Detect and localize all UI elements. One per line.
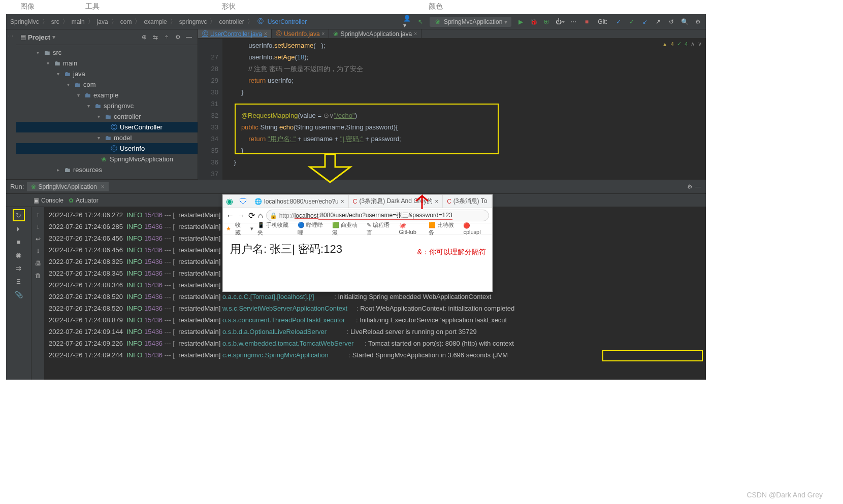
commit-sidebar-icon[interactable]: ⋮: [8, 33, 14, 39]
run-config-selector[interactable]: ❀ SpringMvcApplication ▾: [430, 17, 511, 27]
bookmark-item[interactable]: 🔵 哔哩哔哩: [298, 221, 328, 237]
tree-usercontroller[interactable]: ⒸUserController: [16, 122, 198, 132]
coverage-button[interactable]: ⛨: [543, 18, 551, 26]
profile-button[interactable]: ⏻▾: [556, 18, 564, 26]
project-tree[interactable]: ▾🖿src ▾🖿main ▾🖿java ▾🖿com ▾🖿example ▾🖿sp…: [16, 45, 198, 177]
prev-highlight-icon[interactable]: ∧: [691, 41, 695, 47]
vcs-push-icon[interactable]: ✓: [628, 18, 636, 26]
forward-button[interactable]: →: [237, 211, 245, 220]
ok-icon[interactable]: ✓: [677, 41, 682, 47]
bookmark-fav[interactable]: 收藏: [235, 221, 246, 237]
reload-button[interactable]: ⟳: [248, 211, 255, 220]
up-icon[interactable]: ↑: [34, 210, 43, 219]
gear-icon[interactable]: ⚙: [173, 32, 182, 42]
vcs-update-icon[interactable]: ↙: [641, 18, 649, 26]
vcs-history-icon[interactable]: ↗: [654, 18, 662, 26]
hide-icon[interactable]: —: [184, 32, 193, 42]
host-menu-tool[interactable]: 工具: [85, 2, 100, 11]
shield-icon[interactable]: 🛡: [236, 197, 250, 206]
tree-springmvc[interactable]: ▾🖿springmvc: [16, 100, 198, 111]
run-button[interactable]: ▶: [516, 18, 525, 26]
collapse-icon[interactable]: ÷: [162, 32, 171, 42]
back-button[interactable]: ←: [226, 211, 234, 220]
bookmark-item[interactable]: ✎ 编程语言: [367, 221, 395, 237]
trash-icon[interactable]: 🗑: [34, 271, 43, 280]
tree-model[interactable]: ▾🖿model: [16, 132, 198, 143]
tree-resources[interactable]: ▸🖿resources: [16, 164, 198, 175]
line-gutter[interactable]: 272829 30313233 34353637: [198, 39, 222, 180]
tree-example[interactable]: ▾🖿example: [16, 90, 198, 100]
crumb-springmvc[interactable]: springmvc: [179, 18, 207, 25]
close-icon[interactable]: ×: [264, 31, 267, 37]
editor-tab-userinfo[interactable]: ⒸUserInfo.java×: [272, 29, 330, 38]
run-attach-button[interactable]: ⏵: [14, 223, 24, 233]
host-menu-color[interactable]: 颜色: [429, 2, 443, 11]
dropdown-icon[interactable]: ▾: [250, 225, 253, 232]
warning-icon[interactable]: ▲: [662, 41, 668, 47]
rerun-button[interactable]: ↻: [14, 210, 24, 220]
editor-tab-app[interactable]: ❀SpringMvcApplication.java×: [329, 29, 421, 38]
close-icon[interactable]: ×: [101, 183, 105, 190]
run-settings-icon[interactable]: ⚙: [686, 183, 694, 191]
tree-main[interactable]: ▾🖿main: [16, 58, 198, 69]
scroll-icon[interactable]: ⤓: [34, 247, 43, 256]
layout-icon[interactable]: ⇉: [14, 263, 24, 273]
run-stop-button[interactable]: ■: [14, 237, 24, 247]
bookmark-item[interactable]: 📱 手机收藏夹: [257, 221, 294, 237]
browser-tab-1[interactable]: 🌐localhost:8080/user/echo?u×: [250, 195, 349, 208]
console-tab[interactable]: ▣Console: [34, 197, 63, 204]
crumb-src[interactable]: src: [51, 18, 59, 25]
actuator-tab[interactable]: ✿Actuator: [69, 197, 99, 204]
address-bar[interactable]: 🔒 http://localhost:8080/user/echo?userna…: [266, 210, 489, 221]
crumb-project[interactable]: SpringMvc: [10, 18, 39, 25]
close-icon[interactable]: ×: [341, 198, 344, 205]
editor-tab-usercontroller[interactable]: ⒸUserController.java×: [198, 29, 272, 38]
settings-icon[interactable]: ⚙: [694, 18, 702, 26]
tree-userinfo[interactable]: ⒸUserInfo: [16, 143, 198, 154]
vcs-commit-icon[interactable]: ✓: [614, 18, 623, 26]
tree-app[interactable]: ❀SpringMvcApplication: [16, 154, 198, 164]
browser-tab-3[interactable]: C(3条消息) To: [443, 195, 492, 208]
star-icon[interactable]: ★: [226, 225, 231, 232]
down-icon[interactable]: ↓: [34, 222, 43, 231]
tree-src[interactable]: ▾🖿src: [16, 47, 198, 58]
run-hide-icon[interactable]: —: [694, 183, 702, 191]
crumb-java[interactable]: java: [97, 18, 108, 25]
crumb-main[interactable]: main: [72, 18, 85, 25]
bookmark-item[interactable]: 🟧 比特教务: [429, 221, 459, 237]
select-opened-icon[interactable]: ⊕: [140, 32, 149, 42]
host-menu-shape[interactable]: 形状: [221, 2, 236, 11]
debug-button[interactable]: 🐞: [530, 18, 538, 26]
expand-all-icon[interactable]: ⇆: [151, 32, 160, 42]
home-button[interactable]: ⌂: [258, 211, 263, 220]
wrap-icon[interactable]: ↩: [34, 234, 43, 244]
pin-icon[interactable]: 📎: [14, 289, 24, 299]
chevron-down-icon[interactable]: ▾: [52, 33, 55, 41]
crumb-com[interactable]: com: [120, 18, 132, 25]
bookmark-item[interactable]: 🐙 GitHub: [399, 222, 425, 235]
stop-button[interactable]: ■: [582, 18, 591, 26]
tree-java[interactable]: ▾🖿java: [16, 69, 198, 79]
user-icon[interactable]: 👤▾: [403, 18, 411, 26]
close-icon[interactable]: ×: [322, 31, 325, 37]
bookmark-item[interactable]: 🔴 cpluspl: [463, 222, 489, 235]
close-icon[interactable]: ×: [414, 31, 417, 37]
tree-controller[interactable]: ▾🖿controller: [16, 111, 198, 122]
crumb-example[interactable]: example: [144, 18, 167, 25]
next-highlight-icon[interactable]: ∨: [698, 41, 702, 47]
editor-body[interactable]: 272829 30313233 34353637 userInfo.setUse…: [198, 39, 706, 180]
search-icon[interactable]: 🔍: [680, 18, 689, 26]
vcs-rollback-icon[interactable]: ↺: [667, 18, 675, 26]
crumb-class[interactable]: UserController: [268, 18, 307, 25]
hammer-icon[interactable]: ↖: [416, 18, 425, 26]
code-area[interactable]: userInfo.setUsername( ); userInfo.setAge…: [222, 39, 706, 180]
run-panel-tab[interactable]: ❀ SpringMvcApplication ×: [27, 182, 108, 191]
attach-button[interactable]: ⋯: [569, 18, 577, 26]
camera-icon[interactable]: ◉: [14, 250, 24, 260]
bookmark-item[interactable]: 🟩 商业动漫: [332, 221, 363, 237]
filter-icon[interactable]: Ξ: [14, 276, 24, 286]
crumb-controller[interactable]: controller: [219, 18, 244, 25]
tree-com[interactable]: ▾🖿com: [16, 79, 198, 90]
host-menu-image[interactable]: 图像: [20, 2, 35, 11]
print-icon[interactable]: 🖶: [34, 259, 43, 268]
